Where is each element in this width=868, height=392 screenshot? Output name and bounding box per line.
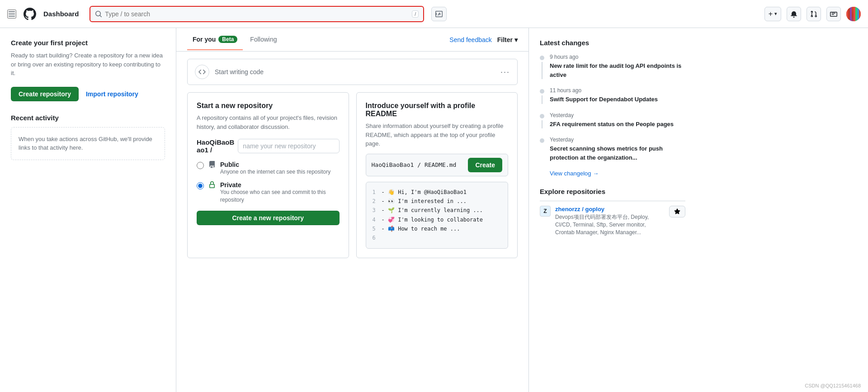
- line-content-3: - 🌱 I'm currently learning ...: [382, 206, 483, 215]
- readme-create-button[interactable]: Create: [468, 158, 502, 172]
- readme-desc: Share information about yourself by crea…: [366, 122, 509, 148]
- timeline-dot-4: [540, 138, 544, 143]
- code-line-2: 2 - 👀 I'm interested in ...: [373, 197, 502, 206]
- filter-button[interactable]: Filter ▾: [497, 36, 518, 43]
- view-changelog-link[interactable]: View changelog →: [550, 170, 685, 177]
- timeline-content-4: Yesterday Secret scanning shows metrics …: [550, 137, 685, 162]
- line-content-2: - 👀 I'm interested in ...: [382, 197, 467, 206]
- readme-filename: HaoQiBaoBao1 / README.md: [372, 161, 465, 168]
- pull-requests-button[interactable]: [807, 7, 821, 21]
- new-item-button[interactable]: + ▾: [764, 7, 781, 21]
- start-writing-card[interactable]: Start writing code ···: [187, 59, 518, 85]
- create-new-repo-button[interactable]: Create a new repository: [197, 211, 340, 225]
- code-line-5: 5 - 📫 How to reach me ...: [373, 224, 502, 233]
- timeline-text-4[interactable]: Secret scanning shows metrics for push p…: [550, 144, 685, 162]
- star-button-1[interactable]: [669, 206, 685, 217]
- tab-following-label: Following: [250, 36, 277, 43]
- explore-repo-avatar-1: Z: [540, 206, 551, 217]
- public-radio[interactable]: [197, 162, 204, 169]
- left-sidebar: Create your first project Ready to start…: [0, 28, 176, 392]
- terminal-button[interactable]: [431, 7, 447, 21]
- search-icon: [95, 10, 102, 18]
- import-repository-link[interactable]: Import repository: [86, 90, 138, 98]
- tab-for-you[interactable]: For you Beta: [187, 29, 243, 50]
- card-menu-dots[interactable]: ···: [500, 67, 510, 77]
- recent-activity-title: Recent activity: [11, 114, 165, 122]
- repo-private-icon: [208, 181, 216, 190]
- two-col-cards: Start a new repository A repository cont…: [187, 92, 518, 258]
- private-desc: You choose who can see and commit to thi…: [220, 189, 340, 204]
- dashboard-title: Dashboard: [43, 10, 79, 18]
- private-radio[interactable]: [197, 182, 204, 189]
- search-input[interactable]: [105, 10, 412, 18]
- search-kbd-hint: /: [412, 10, 419, 18]
- header: Dashboard / + ▾: [0, 0, 868, 28]
- right-panel: Latest changes 9 hours ago New rate limi…: [529, 28, 696, 392]
- timeline-time-2: 11 hours ago: [550, 87, 685, 94]
- create-project-title: Create your first project: [11, 39, 165, 47]
- timeline-content-2: 11 hours ago Swift Support for Dependabo…: [550, 87, 685, 104]
- inbox-button[interactable]: [826, 7, 841, 21]
- explore-repo-name-1[interactable]: zhenorzz / goploy: [555, 206, 665, 213]
- timeline-content-3: Yesterday 2FA requirement status on the …: [550, 112, 685, 129]
- readme-card: Introduce yourself with a profile README…: [356, 92, 518, 258]
- explore-repo-desc-1: Devops项目代码部署发布平台, Deploy, CI/CD, Termina…: [555, 213, 665, 236]
- line-num-5: 5: [373, 224, 379, 233]
- repo-name-input[interactable]: [238, 139, 339, 153]
- tab-for-you-badge: Beta: [218, 36, 237, 43]
- timeline-dot-col-3: [540, 112, 544, 129]
- timeline-item-3: Yesterday 2FA requirement status on the …: [540, 112, 685, 129]
- create-project-desc: Ready to start building? Create a reposi…: [11, 51, 165, 78]
- timeline-item-4: Yesterday Secret scanning shows metrics …: [540, 137, 685, 162]
- create-repository-button[interactable]: Create repository: [11, 87, 79, 101]
- line-num-1: 1: [373, 188, 379, 197]
- readme-create-row: HaoQiBaoBao1 / README.md Create: [366, 154, 509, 176]
- timeline-time-3: Yesterday: [550, 112, 685, 118]
- timeline-text-3[interactable]: 2FA requirement status on the People pag…: [550, 120, 685, 129]
- line-num-6: 6: [373, 233, 379, 242]
- page-wrapper: Create your first project Ready to start…: [0, 28, 868, 392]
- timeline-line-2: [542, 95, 542, 104]
- public-label: Public: [220, 161, 330, 168]
- explore-repo-info-1: zhenorzz / goploy Devops项目代码部署发布平台, Depl…: [555, 206, 665, 236]
- feed-tabs: For you Beta Following Send feedback Fil…: [176, 28, 528, 52]
- send-feedback-link[interactable]: Send feedback: [449, 36, 491, 43]
- tab-following[interactable]: Following: [245, 29, 282, 50]
- repo-public-icon: [208, 161, 216, 170]
- avatar[interactable]: [846, 7, 861, 21]
- plus-icon: +: [769, 10, 773, 18]
- line-num-4: 4: [373, 215, 379, 224]
- code-icon: [195, 65, 209, 79]
- start-writing-text: Start writing code: [215, 68, 500, 76]
- tab-for-you-label: For you: [193, 36, 216, 43]
- explore-repo-item-1: Z zhenorzz / goploy Devops项目代码部署发布平台, De…: [540, 201, 685, 241]
- filter-label: Filter: [497, 36, 513, 43]
- recent-activity-box: When you take actions across GitHub, we'…: [11, 127, 165, 160]
- line-content-1: - 👋 Hi, I'm @HaoQiBaoBao1: [382, 188, 467, 197]
- chevron-down-icon: ▾: [774, 11, 777, 17]
- tab-actions: Send feedback Filter ▾: [449, 36, 518, 43]
- line-content-4: - 💞️ I'm looking to collaborate: [382, 215, 483, 224]
- code-line-3: 3 - 🌱 I'm currently learning ...: [373, 206, 502, 215]
- timeline-time-4: Yesterday: [550, 137, 685, 143]
- timeline-line-3: [542, 120, 542, 129]
- timeline-line-1: [542, 62, 542, 79]
- timeline-text-1[interactable]: New rate limit for the audit log API end…: [550, 61, 685, 79]
- timeline-item-1: 9 hours ago New rate limit for the audit…: [540, 54, 685, 79]
- repo-owner-label: HaoQiBaoB ao1 /: [197, 138, 234, 154]
- timeline-content-1: 9 hours ago New rate limit for the audit…: [550, 54, 685, 79]
- watermark: CSDN @QQ1215461468: [805, 383, 861, 388]
- github-logo[interactable]: [24, 8, 36, 20]
- timeline-time-1: 9 hours ago: [550, 54, 685, 60]
- explore-repos-title: Explore repositories: [540, 188, 685, 195]
- code-line-4: 4 - 💞️ I'm looking to collaborate: [373, 215, 502, 224]
- start-new-repo-desc: A repository contains all of your projec…: [197, 113, 340, 131]
- latest-changes-title: Latest changes: [540, 39, 685, 47]
- notifications-button[interactable]: [787, 7, 801, 21]
- header-actions: + ▾: [764, 7, 861, 21]
- start-new-repo-title: Start a new repository: [197, 102, 340, 110]
- start-new-repo-card: Start a new repository A repository cont…: [187, 92, 349, 258]
- timeline-text-2[interactable]: Swift Support for Dependabot Updates: [550, 95, 685, 104]
- hamburger-button[interactable]: [7, 9, 16, 19]
- readme-title: Introduce yourself with a profile README: [366, 102, 509, 118]
